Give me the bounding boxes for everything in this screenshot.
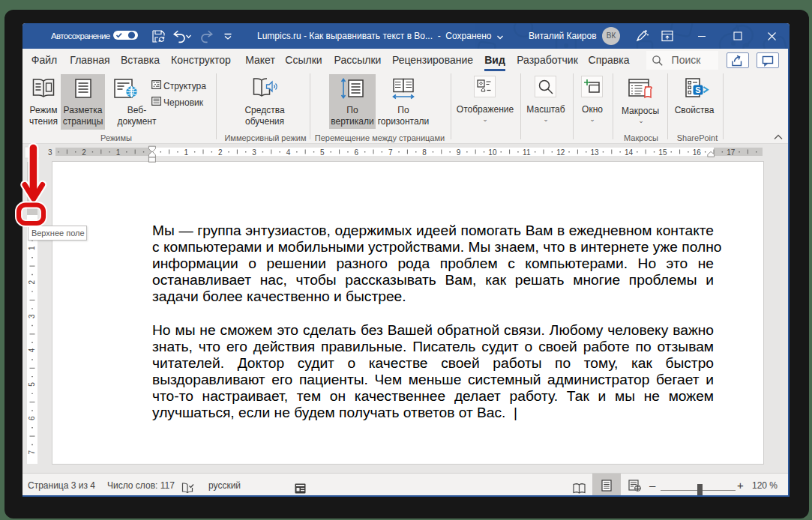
svg-text:10: 10 xyxy=(488,148,497,157)
svg-text:3: 3 xyxy=(252,148,256,157)
svg-text:6: 6 xyxy=(28,416,36,420)
svg-text:1: 1 xyxy=(116,148,121,157)
svg-text:S: S xyxy=(695,85,700,94)
svg-text:14: 14 xyxy=(625,148,634,157)
svg-text:8: 8 xyxy=(422,148,427,157)
svg-text:12: 12 xyxy=(556,148,565,157)
svg-text:11: 11 xyxy=(523,148,531,157)
svg-text:17: 17 xyxy=(727,148,736,157)
svg-text:2: 2 xyxy=(218,148,223,157)
svg-text:15: 15 xyxy=(658,148,667,157)
svg-text:6: 6 xyxy=(355,148,359,157)
svg-text:2: 2 xyxy=(28,279,36,284)
svg-text:5: 5 xyxy=(320,148,325,157)
svg-text:1: 1 xyxy=(184,148,189,157)
svg-text:4: 4 xyxy=(286,148,291,157)
svg-text:3: 3 xyxy=(28,314,36,318)
svg-text:9: 9 xyxy=(457,148,461,157)
svg-text:5: 5 xyxy=(28,382,36,387)
svg-text:7: 7 xyxy=(388,148,393,157)
svg-text:7: 7 xyxy=(28,450,36,454)
svg-text:4: 4 xyxy=(28,348,36,352)
svg-text:16: 16 xyxy=(693,148,702,157)
svg-text:13: 13 xyxy=(591,148,600,157)
